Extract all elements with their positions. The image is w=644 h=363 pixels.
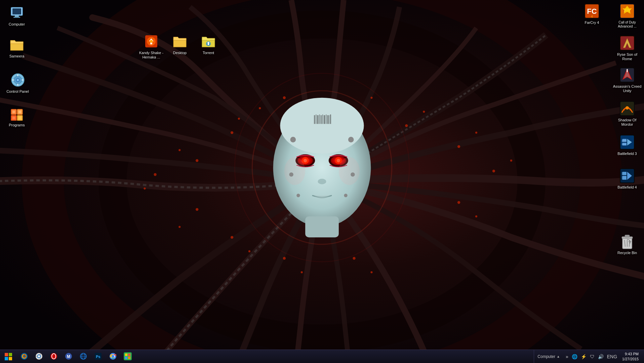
svg-rect-40 — [327, 115, 328, 124]
svg-point-26 — [301, 271, 303, 273]
svg-rect-115 — [5, 357, 8, 360]
svg-rect-136 — [125, 354, 127, 356]
cod-advanced-label: Call of Duty Advanced ... — [612, 21, 643, 29]
power-icon[interactable]: ⚡ — [580, 353, 588, 360]
start-button[interactable] — [0, 350, 17, 363]
sameera-icon[interactable]: Sameera — [3, 35, 30, 60]
svg-point-30 — [280, 98, 364, 154]
bf4-icon-img — [619, 168, 635, 184]
programs-icon[interactable]: Programs — [3, 104, 30, 129]
svg-point-69 — [17, 79, 19, 81]
svg-rect-41 — [329, 115, 329, 124]
shadow-icon-img — [619, 100, 635, 117]
recycle-bin-icon-img — [619, 233, 635, 249]
svg-rect-36 — [321, 115, 322, 124]
svg-rect-37 — [322, 115, 323, 124]
svg-rect-138 — [125, 357, 127, 359]
ie-icon — [79, 352, 87, 360]
assassins-icon[interactable]: Assassin's Creed Unity — [610, 66, 644, 94]
photoshop-icon: Ps — [94, 352, 102, 360]
computer-icon-img — [9, 5, 25, 21]
language-icon[interactable]: ENG — [606, 353, 618, 360]
clock-time: 9:43 PM — [625, 352, 639, 356]
svg-point-6 — [259, 107, 261, 109]
svg-rect-79 — [18, 111, 21, 113]
chrome-icon — [109, 352, 117, 360]
svg-rect-32 — [314, 115, 315, 124]
shadow-label: Shadow Of Mordor — [612, 118, 643, 127]
svg-point-20 — [144, 188, 146, 190]
taskbar-opera[interactable] — [46, 350, 61, 363]
bf3-label: Battlefield 3 — [617, 152, 637, 156]
svg-point-27 — [353, 257, 355, 259]
shadow-icon[interactable]: Shadow Of Mordor — [610, 99, 644, 128]
sameera-icon-img — [9, 37, 25, 53]
taskbar-imageglass[interactable] — [120, 350, 135, 363]
desktop-folder-icon[interactable]: Desktop — [166, 32, 193, 56]
svg-rect-70 — [17, 74, 18, 76]
svg-point-52 — [284, 157, 305, 185]
taskbar-clock[interactable]: 9:43 PM 1/27/2015 — [619, 350, 641, 363]
security-icon[interactable]: 🛡 — [589, 353, 596, 360]
kandy-shake-icon[interactable]: Kandy Shake - Hemaka ... — [136, 32, 166, 61]
taskbar-firefox[interactable] — [17, 350, 32, 363]
farcry4-label: FarCry 4 — [585, 21, 599, 25]
computer-icon[interactable]: Computer — [3, 3, 30, 28]
svg-point-18 — [178, 149, 180, 151]
sameera-label: Sameera — [9, 54, 25, 58]
torrent-icon[interactable]: Torrent — [195, 32, 222, 56]
taskbar-chrome[interactable] — [106, 350, 120, 363]
svg-point-5 — [283, 96, 286, 99]
desktop: Computer Sameera Control Panel — [0, 0, 644, 363]
svg-rect-114 — [9, 353, 12, 356]
svg-rect-113 — [5, 353, 8, 356]
svg-point-25 — [283, 257, 286, 259]
taskbar-computer-label[interactable]: Computer ▲ — [534, 350, 563, 363]
programs-label: Programs — [9, 123, 25, 127]
svg-rect-63 — [12, 8, 21, 14]
svg-point-21 — [196, 208, 198, 211]
svg-rect-72 — [12, 80, 14, 80]
systray-area: » 🌐 ⚡ 🛡 🔊 ENG — [565, 353, 618, 360]
show-hidden-icon[interactable]: » — [565, 353, 569, 360]
svg-rect-31 — [305, 216, 339, 237]
control-panel-icon[interactable]: Control Panel — [3, 71, 32, 95]
network-upload-icon[interactable]: 🌐 — [571, 353, 578, 360]
ryse-icon[interactable]: Ryse Son of Rome — [610, 34, 644, 63]
control-panel-label: Control Panel — [6, 89, 29, 94]
svg-point-4 — [238, 118, 240, 120]
farcry4-icon[interactable]: FC 4 FarCry 4 — [575, 2, 609, 26]
svg-point-11 — [457, 145, 460, 148]
svg-point-51 — [318, 179, 326, 185]
svg-rect-137 — [128, 354, 130, 356]
svg-point-122 — [38, 355, 40, 357]
svg-rect-64 — [15, 15, 19, 17]
taskbar-chrome-old[interactable] — [32, 350, 46, 363]
svg-rect-38 — [324, 115, 325, 124]
svg-rect-34 — [317, 115, 318, 124]
expand-arrow: ▲ — [557, 355, 560, 358]
taskbar-maxthon[interactable]: M — [61, 350, 76, 363]
cod-advanced-icon[interactable]: AW Call of Duty Advanced ... — [610, 2, 644, 30]
opera-icon — [50, 352, 58, 360]
svg-rect-112 — [625, 235, 630, 237]
bf4-icon[interactable]: Battlefield 4 — [610, 166, 644, 191]
speaker-icon[interactable]: 🔊 — [597, 353, 605, 360]
taskbar-ie[interactable] — [76, 350, 91, 363]
svg-rect-109 — [622, 176, 627, 179]
chrome-old-icon — [35, 352, 43, 360]
svg-point-119 — [23, 355, 26, 358]
control-panel-icon-img — [10, 72, 26, 88]
svg-point-8 — [370, 97, 372, 99]
svg-point-59 — [344, 194, 347, 197]
wallpaper — [0, 0, 644, 363]
svg-point-55 — [348, 137, 354, 143]
svg-text:Ps: Ps — [96, 355, 100, 359]
svg-rect-104 — [622, 139, 627, 142]
svg-point-16 — [475, 215, 477, 217]
recycle-bin-icon[interactable]: Recycle Bin — [610, 232, 644, 256]
bf3-icon[interactable]: Battlefield 3 — [610, 133, 644, 157]
taskbar-photoshop[interactable]: Ps — [91, 350, 106, 363]
svg-point-3 — [231, 131, 233, 134]
svg-point-23 — [231, 236, 233, 239]
